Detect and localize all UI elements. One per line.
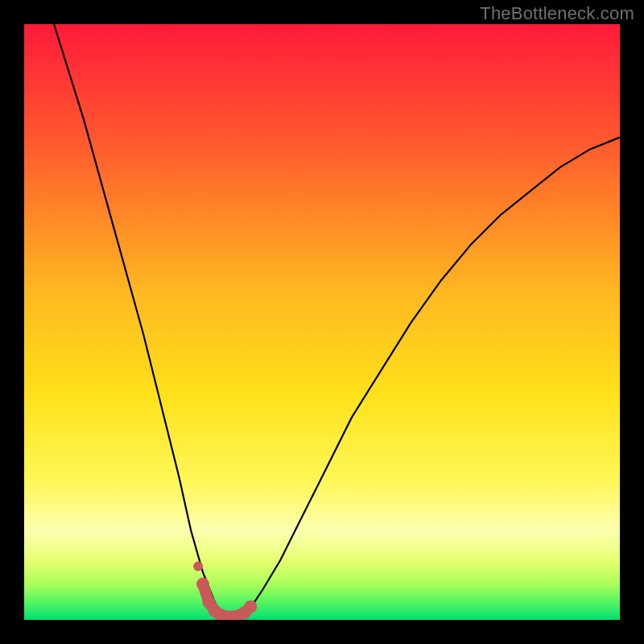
minimum-marker-dot [244, 601, 257, 613]
watermark-text: TheBottleneck.com [480, 3, 634, 24]
chart-frame: TheBottleneck.com [0, 0, 644, 644]
bottleneck-curve-svg [24, 24, 620, 620]
minimum-marker-outlier [193, 561, 203, 571]
minimum-marker-dot [196, 578, 209, 591]
bottleneck-curve [54, 24, 620, 620]
plot-area [24, 24, 620, 620]
